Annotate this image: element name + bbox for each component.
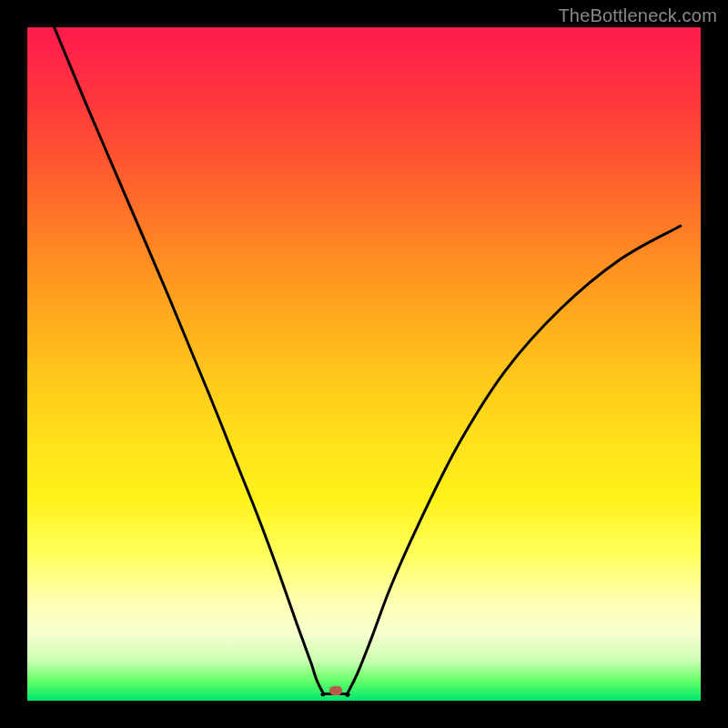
plot-area bbox=[27, 27, 701, 701]
minimum-marker bbox=[329, 686, 342, 695]
curve-path bbox=[55, 27, 681, 695]
bottleneck-curve bbox=[27, 27, 701, 701]
watermark-text: TheBottleneck.com bbox=[558, 5, 717, 26]
chart-frame: TheBottleneck.com bbox=[0, 0, 728, 728]
